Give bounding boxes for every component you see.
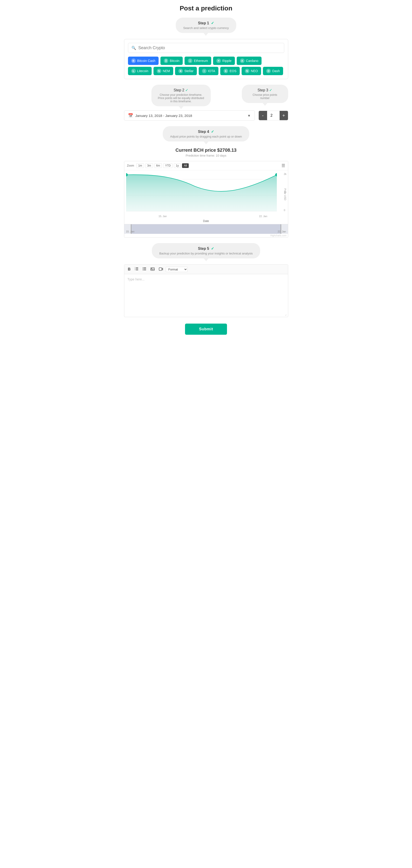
bold-button[interactable]: B: [127, 267, 132, 272]
litecoin-label: Litecoin: [137, 69, 148, 73]
price-info: Current BCH price $2708.13 Prediction ti…: [124, 148, 288, 157]
step2-step3-row: Step 2 ✓ Choose your prediction timefram…: [124, 85, 288, 106]
zoom-1y-button[interactable]: 1y: [174, 163, 181, 168]
crypto-tag-ethereum[interactable]: ΞEthereum: [185, 57, 211, 65]
step2-container: Step 2 ✓ Choose your prediction timefram…: [124, 85, 238, 106]
step2-description: Choose your prediction timeframe. Price …: [158, 93, 204, 103]
crypto-tag-nem[interactable]: NNEM: [154, 67, 173, 75]
dash-label: Dash: [272, 69, 280, 73]
step1-description: Search and select crypto currency: [183, 26, 229, 30]
svg-point-20: [151, 268, 152, 269]
step5-label: Step 5 ✓: [159, 246, 253, 251]
date-range-value: January 13, 2018 - January 23, 2018: [135, 114, 192, 118]
dropdown-arrow-icon: ▼: [247, 114, 251, 118]
search-input[interactable]: [138, 45, 281, 50]
step1-bubble: Step 1 ✓ Search and select crypto curren…: [176, 18, 236, 33]
svg-text:22. Jan: 22. Jan: [259, 215, 267, 218]
svg-point-14: [143, 269, 144, 269]
crypto-tag-bitcoin-cash[interactable]: BBitcoin Cash: [128, 57, 159, 65]
eos-label: EOS: [229, 69, 236, 73]
step3-bubble: Step 3 ✓ Choose price points number: [242, 85, 288, 103]
step3-container: Step 3 ✓ Choose price points number: [242, 85, 288, 103]
resize-handle[interactable]: ⌟: [124, 311, 288, 317]
iota-label: IOTA: [208, 69, 215, 73]
neo-icon: N: [245, 69, 250, 73]
step4-bubble: Step 4 ✓ Adjust price points by dragging…: [163, 126, 249, 142]
format-select[interactable]: Format Heading 1 Heading 2 Normal: [166, 267, 188, 272]
nem-label: NEM: [163, 69, 170, 73]
crypto-tag-eos[interactable]: EEOS: [220, 67, 240, 75]
step5-bubble: Step 5 ✓ Backup your prediction by provi…: [152, 243, 260, 258]
cardano-label: Cardano: [246, 59, 258, 63]
svg-point-13: [143, 268, 144, 268]
ethereum-icon: Ξ: [188, 58, 192, 63]
eos-icon: E: [223, 69, 228, 73]
crypto-tag-dash[interactable]: DDash: [263, 67, 283, 75]
ordered-list-button[interactable]: 123: [133, 267, 140, 272]
x-axis-label: Date: [124, 218, 288, 224]
image-button[interactable]: [149, 267, 156, 272]
crypto-tag-litecoin[interactable]: ŁLitecoin: [128, 67, 152, 75]
crypto-tag-bitcoin[interactable]: ₿Bitcoin: [160, 57, 183, 65]
zoom-label: Zoom: [127, 164, 134, 167]
chart-minimap[interactable]: 15. Jan 22. Jan: [124, 224, 288, 234]
counter-value-input[interactable]: [267, 111, 280, 120]
cardano-icon: A: [240, 58, 245, 63]
chart-menu-icon[interactable]: ☰: [282, 163, 285, 168]
ethereum-label: Ethereum: [194, 59, 208, 63]
y-tick-0: 0: [284, 209, 287, 212]
current-price-label: Current BCH price $2708.13: [124, 148, 288, 153]
counter-minus-button[interactable]: -: [259, 111, 267, 120]
step3-label: Step 3 ✓: [248, 88, 282, 92]
svg-point-15: [143, 270, 144, 271]
crypto-tag-ripple[interactable]: ✕Ripple: [213, 57, 235, 65]
svg-text:3: 3: [135, 269, 135, 271]
step4-label: Step 4 ✓: [170, 129, 242, 134]
neo-label: NEO: [251, 69, 258, 73]
editor-section: B 123 Format Heading 1 Heading 2 Normal …: [124, 265, 288, 317]
svg-rect-16: [144, 268, 146, 268]
prediction-timeframe-label: Prediction time frame: 10 days: [124, 154, 288, 157]
submit-section: Submit: [124, 323, 288, 335]
zoom-6m-button[interactable]: 6m: [154, 163, 162, 168]
date-range-picker[interactable]: 📅 January 13, 2018 - January 23, 2018 ▼: [124, 111, 255, 121]
search-icon: 🔍: [131, 46, 136, 50]
zoom-1m-button[interactable]: 1m: [136, 163, 144, 168]
ripple-icon: ✕: [216, 58, 221, 63]
price-points-counter: - +: [258, 111, 288, 120]
zoom-all-button[interactable]: All: [182, 163, 189, 168]
step5-description: Backup your prediction by providing your…: [159, 252, 253, 255]
crypto-tags-container: BBitcoin Cash₿BitcoinΞEthereum✕RippleACa…: [128, 57, 284, 75]
video-button[interactable]: [157, 267, 164, 272]
nem-icon: N: [157, 69, 161, 73]
crypto-tag-neo[interactable]: NNEO: [242, 67, 261, 75]
step4-description: Adjust price points by dragging each poi…: [170, 135, 242, 138]
chart-container: Zoom 1m 3m 6m YTD 1y All ☰: [124, 161, 288, 238]
zoom-3m-button[interactable]: 3m: [146, 163, 153, 168]
editor-placeholder: Type here...: [128, 277, 145, 281]
chart-toolbar: Zoom 1m 3m 6m YTD 1y All ☰: [124, 161, 288, 170]
bitcoin-cash-label: Bitcoin Cash: [137, 59, 156, 63]
editor-body[interactable]: Type here...: [124, 274, 288, 311]
search-box[interactable]: 🔍: [128, 43, 284, 53]
crypto-tag-stellar[interactable]: ★Stellar: [175, 67, 197, 75]
counter-plus-button[interactable]: +: [280, 111, 288, 120]
svg-rect-9: [136, 270, 138, 270]
crypto-tag-cardano[interactable]: ACardano: [237, 57, 262, 65]
iota-icon: I: [202, 69, 207, 73]
dash-icon: D: [266, 69, 271, 73]
svg-rect-8: [136, 269, 138, 269]
step2-bubble: Step 2 ✓ Choose your prediction timefram…: [151, 85, 211, 106]
step1-label: Step 1 ✓: [183, 21, 229, 25]
calendar-icon: 📅: [128, 113, 133, 118]
editor-toolbar: B 123 Format Heading 1 Heading 2 Normal: [124, 265, 288, 274]
svg-rect-17: [144, 269, 146, 269]
crypto-tag-iota[interactable]: IIOTA: [199, 67, 219, 75]
stellar-icon: ★: [178, 69, 183, 73]
minimap-left-label: 15. Jan: [126, 230, 134, 233]
unordered-list-button[interactable]: [141, 267, 148, 272]
submit-button[interactable]: Submit: [185, 323, 227, 335]
minimap-labels: 15. Jan 22. Jan: [124, 230, 288, 234]
zoom-ytd-button[interactable]: YTD: [163, 163, 172, 168]
y-axis-title: Price USD: [284, 188, 287, 200]
